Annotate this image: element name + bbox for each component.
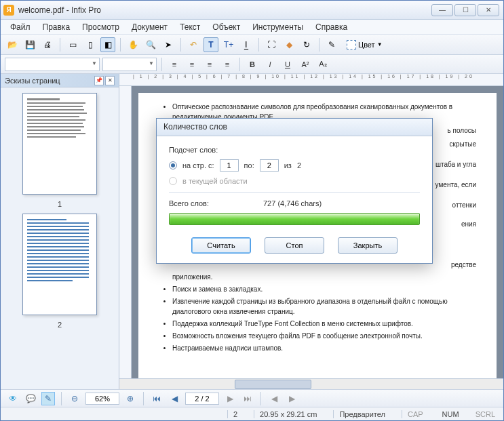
menu-help[interactable]: Справка xyxy=(310,21,353,33)
prev-page-button[interactable]: ◀ xyxy=(168,392,181,405)
eye-icon[interactable]: 👁 xyxy=(6,392,20,405)
hand-icon[interactable]: ✋ xyxy=(125,37,140,52)
menu-view[interactable]: Просмотр xyxy=(77,21,125,33)
menu-bar: Файл Правка Просмотр Документ Текст Объе… xyxy=(1,20,503,35)
zoom-level-input[interactable] xyxy=(85,393,119,405)
app-window: Я welcome.pdf - Infix Pro — ☐ ✕ Файл Пра… xyxy=(0,0,504,421)
eyedropper-icon[interactable]: ✎ xyxy=(324,37,339,52)
align-left-icon[interactable]: ≡ xyxy=(167,58,182,71)
open-icon[interactable]: 📂 xyxy=(5,37,20,52)
subscript-button[interactable]: A₂ xyxy=(315,58,330,71)
panel-close-icon[interactable]: ✕ xyxy=(105,76,115,85)
menu-object[interactable]: Объект xyxy=(207,21,246,33)
font-size-select[interactable] xyxy=(102,58,157,71)
align-right-icon[interactable]: ≡ xyxy=(202,58,217,71)
color-picker[interactable]: Цвет ▼ xyxy=(342,38,387,52)
panel-title: Эскизы страниц xyxy=(5,77,60,85)
navigation-bar: 👁 💬 ✎ ⊖ ⊕ ⏮ ◀ ▶ ⏭ ◀ ▶ xyxy=(1,389,503,407)
label-total-pages: 2 xyxy=(297,161,301,169)
print-icon[interactable]: 🖨 xyxy=(40,37,55,52)
titlebar: Я welcome.pdf - Infix Pro — ☐ ✕ xyxy=(1,1,503,20)
color-swatch xyxy=(347,40,356,49)
comment-icon[interactable]: 💬 xyxy=(24,392,37,405)
doc-icon-1[interactable]: ▭ xyxy=(65,37,80,52)
list-item: Возможность вложения текущего файла PDF … xyxy=(172,331,476,341)
zoom-icon[interactable]: 🔍 xyxy=(143,37,158,52)
highlight-icon[interactable]: ✎ xyxy=(41,392,55,405)
input-to-page[interactable] xyxy=(260,159,279,172)
count-button[interactable]: Считать xyxy=(191,237,251,254)
menu-text[interactable]: Текст xyxy=(174,21,206,33)
status-cap: CAP xyxy=(402,410,429,418)
stop-button[interactable]: Стоп xyxy=(265,237,324,254)
page-number-input[interactable] xyxy=(185,393,219,405)
doc-icon-2[interactable]: ▯ xyxy=(83,37,98,52)
format-toolbar: ≡ ≡ ≡ ≡ B I U A² A₂ xyxy=(1,55,503,74)
rotate-icon[interactable]: ↻ xyxy=(299,37,314,52)
text-plus-icon[interactable]: T+ xyxy=(221,37,236,52)
list-item: Поддержка коллекций TrueType Font Collec… xyxy=(172,319,476,329)
radio-page-range[interactable] xyxy=(169,161,177,169)
word-count-dialog: Количество слов Подсчет слов: на стр. с:… xyxy=(156,118,433,264)
label-of: из xyxy=(284,161,292,169)
forward-button[interactable]: ▶ xyxy=(285,392,298,405)
pointer-icon[interactable]: ➤ xyxy=(161,37,176,52)
status-scrl: SCRL xyxy=(473,410,498,418)
last-page-button[interactable]: ⏭ xyxy=(241,392,254,405)
panel-header: Эскизы страниц 📌 ✕ xyxy=(1,74,119,87)
save-icon[interactable]: 💾 xyxy=(22,37,37,52)
pin-icon[interactable]: 📌 xyxy=(94,76,104,85)
menu-document[interactable]: Документ xyxy=(126,21,173,33)
zoom-in-button[interactable]: ⊕ xyxy=(123,392,137,405)
status-num: NUM xyxy=(440,410,462,418)
dialog-close-button[interactable]: Закрыть xyxy=(338,237,398,254)
back-button[interactable]: ◀ xyxy=(267,392,281,405)
thumbnails-list: 1 2 xyxy=(1,87,119,389)
input-from-page[interactable] xyxy=(220,159,239,172)
window-title: welcome.pdf - Infix Pro xyxy=(18,5,431,15)
superscript-button[interactable]: A² xyxy=(298,58,313,71)
thumbnails-panel: Эскизы страниц 📌 ✕ 1 xyxy=(1,74,119,389)
menu-file[interactable]: Файл xyxy=(5,21,36,33)
close-button[interactable]: ✕ xyxy=(478,4,499,16)
list-item: Настраиваемые надписи штампов. xyxy=(172,343,476,353)
text-fragment: приложения. xyxy=(172,272,476,282)
menu-tools[interactable]: Инструменты xyxy=(247,21,309,33)
underline-button[interactable]: U xyxy=(280,58,295,71)
doc-icon-3[interactable]: ◧ xyxy=(100,37,115,52)
color-label: Цвет xyxy=(358,41,375,49)
dialog-title: Количество слов xyxy=(157,119,432,136)
label-current-area: в текущей области xyxy=(182,177,248,185)
thumbnail-1-label: 1 xyxy=(58,200,62,208)
shape-icon[interactable]: ◆ xyxy=(282,37,296,52)
first-page-button[interactable]: ⏮ xyxy=(150,392,163,405)
dialog-subtitle: Подсчет слов: xyxy=(169,146,420,154)
list-item: Извлечение каждой страницы из выбранного… xyxy=(172,296,476,317)
undo-icon[interactable]: ↶ xyxy=(186,37,201,52)
crop-icon[interactable]: ⛶ xyxy=(264,37,279,52)
horizontal-scrollbar[interactable] xyxy=(119,378,503,389)
list-item: Поиск и замена в закладках. xyxy=(172,284,476,294)
total-words-value: 727 (4,746 chars) xyxy=(263,199,322,207)
thumbnail-2-label: 2 xyxy=(58,321,62,329)
progress-bar xyxy=(169,213,420,225)
next-page-button[interactable]: ▶ xyxy=(223,392,237,405)
zoom-out-button[interactable]: ⊖ xyxy=(68,392,81,405)
minimize-button[interactable]: — xyxy=(431,4,453,16)
radio-current-area xyxy=(169,177,177,185)
menu-edit[interactable]: Правка xyxy=(37,21,76,33)
thumbnail-1[interactable] xyxy=(22,93,97,195)
align-justify-icon[interactable]: ≡ xyxy=(220,58,235,71)
italic-button[interactable]: I xyxy=(263,58,277,71)
maximize-button[interactable]: ☐ xyxy=(454,4,476,16)
window-controls: — ☐ ✕ xyxy=(431,4,501,16)
bold-button[interactable]: B xyxy=(245,58,260,71)
scrollbar-thumb[interactable] xyxy=(235,380,311,389)
font-family-select[interactable] xyxy=(5,58,100,71)
align-center-icon[interactable]: ≡ xyxy=(185,58,199,71)
status-page: 2 xyxy=(227,410,243,418)
status-bar: 2 20.95 x 29.21 cm Предварител CAP NUM S… xyxy=(1,407,503,420)
text-tool-icon[interactable]: T xyxy=(203,37,218,52)
text-cursor-icon[interactable]: I̲ xyxy=(239,37,254,52)
thumbnail-2[interactable] xyxy=(22,214,97,315)
